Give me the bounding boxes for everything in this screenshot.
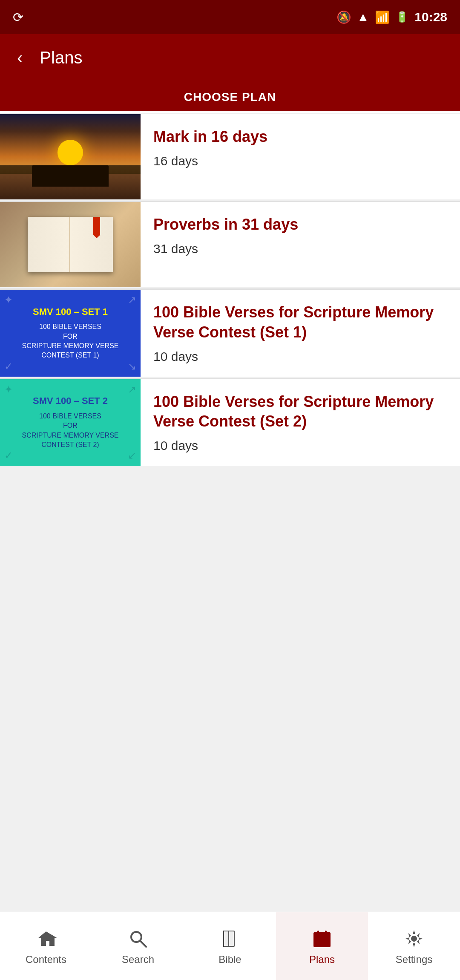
tab-bar: CHOOSE PLAN (0, 81, 460, 113)
search-icon (126, 927, 150, 950)
nav-settings[interactable]: Settings (368, 912, 460, 980)
book-icon (218, 927, 242, 950)
smv2-sub1: 100 BIBLE VERSES FOR SCRIPTURE MEMORY VE… (22, 412, 118, 450)
status-logo-icon: ⟳ (13, 10, 23, 25)
clock: 10:28 (414, 10, 447, 24)
svg-rect-11 (321, 940, 323, 943)
nav-contents-label: Contents (26, 954, 66, 966)
signal-icon: 📶 (375, 10, 390, 24)
status-left: ⟳ (13, 10, 23, 25)
plan-days-mark: 16 days (153, 154, 447, 168)
nav-bible-label: Bible (218, 954, 241, 966)
plan-thumbnail-mark (0, 114, 141, 199)
plan-days-smv1: 10 days (153, 349, 447, 364)
plan-info-smv2: 100 Bible Verses for Scripture Memory Ve… (141, 379, 460, 466)
nav-plans-label: Plans (309, 954, 335, 966)
nav-search-label: Search (122, 954, 154, 966)
plan-thumbnail-smv1: ✦ ↗ ✓ ↘ SMV 100 – SET 1 100 BIBLE VERSES… (0, 290, 141, 377)
plan-days-smv2: 10 days (153, 438, 447, 453)
plan-info-smv1: 100 Bible Verses for Scripture Memory Ve… (141, 290, 460, 377)
bottom-nav: Contents Search Bible (0, 912, 460, 980)
page-title: Plans (40, 48, 82, 67)
wifi-icon: ▲ (357, 10, 369, 24)
back-button[interactable]: ‹ (13, 48, 27, 67)
gear-icon (402, 927, 426, 950)
svg-point-13 (411, 936, 417, 942)
plan-info-mark: Mark in 16 days 16 days (141, 114, 460, 199)
plan-thumbnail-proverbs (0, 202, 141, 287)
plan-thumbnail-smv2: ✦ ↗ ✓ ↙ SMV 100 – SET 2 100 BIBLE VERSES… (0, 379, 141, 466)
svg-rect-7 (313, 932, 331, 937)
nav-settings-label: Settings (396, 954, 433, 966)
svg-rect-12 (325, 940, 328, 943)
plan-card-smv2[interactable]: ✦ ↗ ✓ ↙ SMV 100 – SET 2 100 BIBLE VERSES… (0, 379, 460, 466)
plan-title-mark: Mark in 16 days (153, 127, 447, 147)
plan-title-proverbs: Proverbs in 31 days (153, 215, 447, 235)
svg-rect-9 (325, 931, 327, 935)
svg-line-1 (140, 941, 146, 947)
nav-search[interactable]: Search (92, 912, 184, 980)
battery-icon: 🔋 (396, 11, 408, 23)
calendar-icon (310, 927, 334, 950)
top-bar: ‹ Plans (0, 34, 460, 81)
nav-bible[interactable]: Bible (184, 912, 276, 980)
status-bar: ⟳ 🔕 ▲ 📶 🔋 10:28 (0, 0, 460, 34)
nav-plans[interactable]: Plans (276, 912, 368, 980)
plan-info-proverbs: Proverbs in 31 days 31 days (141, 202, 460, 287)
plan-card-mark[interactable]: Mark in 16 days 16 days (0, 114, 460, 199)
nav-contents[interactable]: Contents (0, 912, 92, 980)
plan-title-smv1: 100 Bible Verses for Scripture Memory Ve… (153, 303, 447, 343)
svg-rect-8 (317, 931, 319, 935)
plan-card-proverbs[interactable]: Proverbs in 31 days 31 days (0, 202, 460, 287)
svg-rect-10 (316, 940, 319, 943)
home-icon (34, 927, 58, 950)
mute-icon: 🔕 (336, 10, 351, 24)
tab-choose-plan[interactable]: CHOOSE PLAN (0, 81, 460, 112)
plan-days-proverbs: 31 days (153, 242, 447, 256)
smv1-title-line: SMV 100 – SET 1 (33, 306, 108, 318)
plan-title-smv2: 100 Bible Verses for Scripture Memory Ve… (153, 392, 447, 432)
plan-card-smv1[interactable]: ✦ ↗ ✓ ↘ SMV 100 – SET 1 100 BIBLE VERSES… (0, 290, 460, 377)
bottom-spacer (0, 467, 460, 493)
smv1-sub1: 100 BIBLE VERSES FOR SCRIPTURE MEMORY VE… (22, 322, 118, 360)
svg-rect-5 (223, 931, 224, 947)
status-right: 🔕 ▲ 📶 🔋 10:28 (336, 10, 447, 24)
smv2-title-line: SMV 100 – SET 2 (33, 395, 108, 407)
content-area: Mark in 16 days 16 days Proverbs in 31 d… (0, 113, 460, 912)
